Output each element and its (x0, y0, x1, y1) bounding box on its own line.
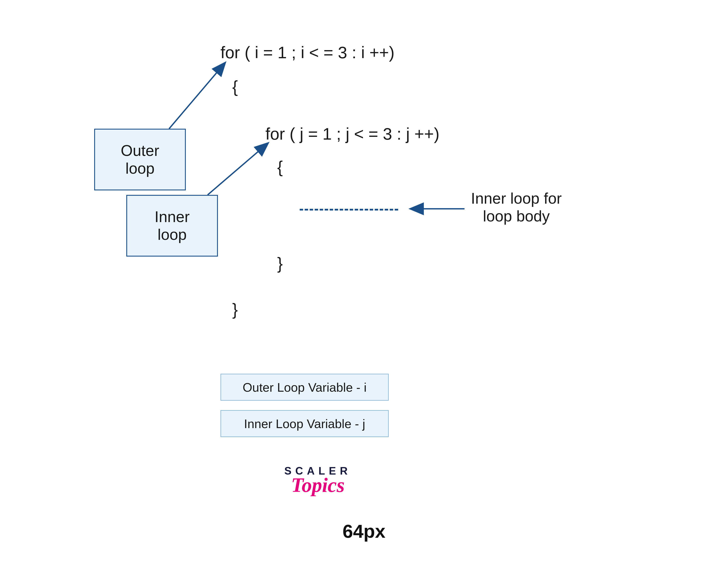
legend-outer-variable: Outer Loop Variable - i (220, 374, 389, 401)
arrow-inner-body-annotation (0, 0, 728, 581)
size-label: 64px (0, 521, 728, 542)
scaler-topics-logo: SCALER Topics (275, 465, 361, 497)
diagram-canvas: for ( i = 1 ; i < = 3 : i ++) { for ( j … (0, 0, 728, 581)
inner-loop-body-annotation: Inner loop forloop body (471, 190, 562, 225)
legend-inner-variable-text: Inner Loop Variable - j (244, 416, 365, 431)
legend-outer-variable-text: Outer Loop Variable - i (242, 380, 366, 395)
legend-inner-variable: Inner Loop Variable - j (220, 410, 389, 437)
